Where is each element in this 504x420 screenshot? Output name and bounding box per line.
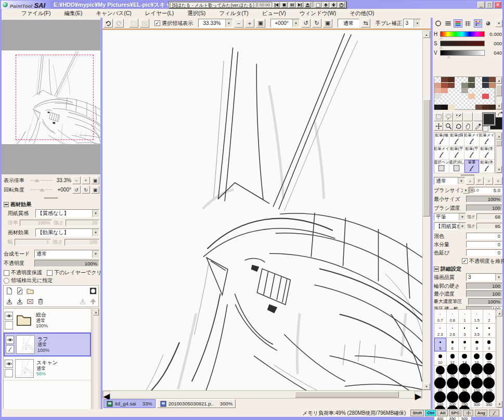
paper-texture-select[interactable]: 【質感なし】▼ — [35, 209, 99, 218]
navigator-preview[interactable] — [2, 20, 100, 174]
size-preset[interactable]: 2 — [483, 310, 496, 324]
rotate-reset-button[interactable]: ▣ — [323, 19, 332, 28]
swatch-cell[interactable] — [448, 105, 455, 110]
document-tab[interactable]: 20100305030821.p..300% — [157, 399, 236, 408]
view-mode-box[interactable]: 通常 — [338, 19, 359, 28]
swatch-cell[interactable] — [489, 77, 496, 82]
brush-item[interactable]: 鉛筆(冬 — [480, 146, 495, 160]
layer-checkbox[interactable] — [5, 321, 13, 329]
swatch-cell[interactable] — [489, 83, 496, 88]
swatch-cell[interactable] — [489, 88, 496, 93]
swatch-cell[interactable] — [434, 83, 441, 88]
lasso-tool[interactable] — [444, 112, 453, 121]
document-tab[interactable]: itd_g4.sai33% — [104, 399, 156, 408]
layer-checkbox[interactable] — [5, 369, 13, 377]
zoom-select[interactable]: 33.33%▼ — [198, 19, 232, 28]
player-volume-up-button[interactable] — [322, 2, 329, 8]
max-density-slider[interactable]: 100% — [468, 298, 502, 305]
layer-visibility-toggle[interactable] — [6, 336, 14, 344]
swatch-cell[interactable] — [482, 88, 489, 93]
swatch-cell[interactable] — [475, 77, 482, 82]
show-selection-checkbox[interactable]: ✓ — [154, 20, 160, 26]
swatch-cell[interactable] — [482, 94, 489, 99]
layer-visibility-toggle[interactable] — [5, 360, 13, 368]
swatch-cell[interactable] — [455, 83, 461, 88]
scroll-left-icon[interactable]: ◀ — [103, 391, 110, 398]
swatch-cell[interactable] — [441, 99, 448, 104]
rotate-tool[interactable] — [454, 122, 463, 131]
min-density-slider[interactable]: 100 — [466, 290, 502, 297]
material-effect-select[interactable]: 【効果なし】▼ — [35, 228, 99, 237]
rotate-ccw-button[interactable]: ↺ — [301, 19, 311, 28]
brush-item[interactable]: 鉛筆(平 — [464, 146, 480, 160]
transfer-down-button[interactable] — [5, 297, 14, 306]
brush-tray-scrollbar[interactable]: ▲ ▼ — [496, 132, 502, 173]
advanced-settings-header[interactable]: 詳細設定 — [434, 265, 461, 273]
rgb-slider-icon[interactable] — [444, 19, 452, 28]
swatch-cell[interactable] — [455, 94, 461, 99]
layer-mask-button[interactable] — [88, 287, 97, 296]
foreground-color-well[interactable] — [483, 113, 495, 125]
panel-splitter-handle[interactable] — [44, 197, 58, 199]
brush-item[interactable]: 鉛筆(鍾 — [449, 133, 464, 146]
density-slider[interactable]: 100 — [466, 205, 502, 211]
size-preset[interactable]: 0.8 — [447, 310, 459, 324]
rotate-reset-button[interactable]: ▣ — [91, 186, 99, 194]
swatch-cell[interactable] — [475, 99, 482, 104]
swatch-cell[interactable] — [434, 88, 441, 93]
brush-item[interactable]: 選択ペン — [434, 160, 449, 173]
brush-texture-select[interactable]: 【用紙質感】▼ — [434, 222, 466, 230]
drawing-canvas[interactable] — [102, 31, 422, 390]
stabilizer-select[interactable]: 3▼ — [403, 19, 421, 28]
menu-8[interactable]: その他(O) — [350, 10, 374, 17]
size-preset[interactable]: 7 — [459, 338, 471, 352]
brush-shape-select[interactable]: 平筆▼ — [434, 213, 466, 221]
swatch-cell[interactable] — [461, 83, 468, 88]
swatch-cell[interactable] — [489, 99, 496, 104]
swatch-cell[interactable] — [434, 94, 441, 99]
size-preset[interactable]: 3 — [459, 324, 471, 338]
hand-tool[interactable] — [463, 122, 473, 131]
swatch-cell[interactable] — [482, 105, 489, 110]
size-preset[interactable]: 0.7 — [434, 310, 447, 324]
view-angle-slider[interactable] — [31, 187, 53, 193]
swatch-cell[interactable] — [468, 88, 475, 93]
brush-item[interactable]: 鉛筆(平 — [449, 146, 464, 160]
scrollbar-thumb[interactable] — [496, 140, 502, 146]
maximize-button[interactable]: □ — [486, 2, 493, 8]
angle-select[interactable]: +000°▼ — [270, 19, 300, 28]
size-preset[interactable]: 6 — [447, 338, 459, 352]
size-preset[interactable]: 9 — [483, 338, 496, 352]
shape-strength-box[interactable]: 68 — [476, 213, 502, 220]
new-layer-set-button[interactable] — [25, 287, 34, 296]
menu-1[interactable]: 編集(E) — [64, 10, 82, 17]
color-mixer-icon[interactable] — [464, 19, 472, 28]
scroll-down-icon[interactable]: ▼ — [497, 401, 502, 408]
swatch-cell[interactable] — [475, 83, 482, 88]
size-preset[interactable]: 1.5 — [471, 310, 484, 324]
scroll-down-icon[interactable]: ▼ — [423, 383, 430, 390]
new-layer-button[interactable] — [5, 287, 14, 296]
opacity-protect-checkbox[interactable] — [4, 270, 9, 276]
swatch-cell[interactable] — [482, 77, 489, 82]
brush-item[interactable]: 鉛筆メイ — [434, 146, 449, 160]
swatch-scrollbar[interactable]: ▲ ▼ — [496, 77, 502, 110]
zoom-in-button[interactable]: + — [245, 19, 254, 28]
swatch-cell[interactable] — [455, 99, 461, 104]
blend-box[interactable]: 0 — [466, 233, 502, 239]
menu-6[interactable]: ビュー(V) — [262, 10, 286, 17]
swatch-cell[interactable] — [461, 77, 468, 82]
menu-4[interactable]: 選択(S) — [187, 10, 205, 17]
player-eject-button[interactable] — [304, 2, 311, 8]
swatch-cell[interactable] — [448, 99, 455, 104]
collapse-icon[interactable] — [434, 266, 439, 272]
undo-button[interactable] — [104, 19, 113, 28]
scratchpad-icon[interactable] — [484, 19, 492, 28]
brush-item[interactable]: 選択消し — [449, 160, 464, 173]
brush-size-bar[interactable]: ×1.0 5.0 — [469, 187, 502, 194]
quality-select[interactable]: 3▼ — [466, 273, 502, 281]
swatch-cell[interactable] — [448, 88, 455, 93]
scroll-up-icon[interactable]: ▲ — [423, 31, 430, 38]
scroll-down-icon[interactable]: ▼ — [496, 103, 502, 109]
swatch-panel[interactable] — [434, 77, 495, 110]
